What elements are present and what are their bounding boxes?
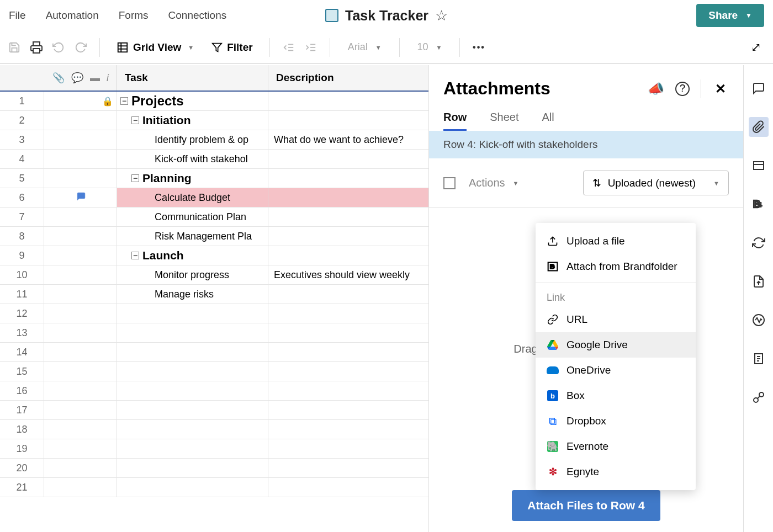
activity-icon[interactable]	[749, 310, 769, 330]
help-icon[interactable]: ?	[675, 82, 690, 96]
dropdown-url[interactable]: URL	[536, 307, 696, 332]
dropdown-google-drive[interactable]: Google Drive	[536, 332, 696, 358]
collapse-toggle[interactable]: −	[131, 174, 139, 182]
dropdown-brandfolder[interactable]: B Attach from Brandfolder	[536, 254, 696, 279]
row-number[interactable]: 13	[0, 323, 44, 342]
row-number[interactable]: 8	[0, 227, 44, 246]
task-cell[interactable]	[117, 439, 268, 458]
right-rail: B	[743, 65, 773, 532]
task-cell[interactable]: −Initiation	[117, 111, 268, 130]
row-number[interactable]: 19	[0, 439, 44, 458]
column-task-header[interactable]: Task	[117, 65, 268, 91]
dropdown-egnyte[interactable]: ✻ Egnyte	[536, 459, 696, 485]
task-cell[interactable]: Communication Plan	[117, 208, 268, 226]
select-all-checkbox[interactable]	[443, 177, 456, 189]
tab-all[interactable]: All	[542, 111, 554, 131]
task-cell[interactable]	[117, 478, 268, 497]
task-cell[interactable]	[117, 420, 268, 439]
attach-files-button[interactable]: Attach Files to Row 4	[512, 490, 660, 521]
dropdown-onedrive[interactable]: OneDrive	[536, 358, 696, 383]
row-number[interactable]: 11	[0, 285, 44, 304]
print-icon[interactable]	[29, 40, 44, 55]
brandfolder-icon[interactable]: B	[749, 194, 769, 214]
task-cell[interactable]	[117, 401, 268, 419]
row-number[interactable]: 1	[0, 92, 44, 110]
summary-icon[interactable]	[749, 349, 769, 369]
close-icon[interactable]: ✕	[712, 81, 729, 97]
task-cell[interactable]	[117, 323, 268, 342]
task-cell[interactable]: −Planning	[117, 169, 268, 188]
tab-sheet[interactable]: Sheet	[490, 111, 518, 131]
row-number[interactable]: 12	[0, 304, 44, 323]
collapse-toggle[interactable]: −	[131, 116, 139, 124]
dropdown-upload-file[interactable]: Upload a file	[536, 228, 696, 254]
menu-file[interactable]: File	[9, 9, 26, 22]
row-number[interactable]: 20	[0, 459, 44, 477]
dropdown-label: Egnyte	[566, 466, 599, 478]
connect-icon[interactable]	[749, 387, 769, 407]
task-cell[interactable]: Risk Management Pla	[117, 227, 268, 246]
row-number[interactable]: 5	[0, 169, 44, 188]
grid-view-button[interactable]: Grid View ▼	[111, 38, 199, 57]
task-cell[interactable]	[117, 381, 268, 400]
collapse-toggle[interactable]: −	[131, 252, 139, 259]
task-cell[interactable]: Monitor progress	[117, 265, 268, 284]
attachments-icon[interactable]	[749, 117, 769, 137]
dropdown-box[interactable]: b Box	[536, 383, 696, 408]
star-icon[interactable]: ☆	[435, 7, 448, 24]
document-title[interactable]: Task Tracker	[345, 8, 428, 24]
task-cell[interactable]: −Launch	[117, 246, 268, 265]
row-number[interactable]: 3	[0, 130, 44, 149]
megaphone-icon[interactable]: 📣	[648, 81, 664, 97]
row-number[interactable]: 7	[0, 208, 44, 226]
row-indicators	[44, 265, 117, 284]
publish-icon[interactable]	[749, 272, 769, 291]
menu-connections[interactable]: Connections	[168, 9, 227, 22]
comments-icon[interactable]	[749, 78, 769, 98]
row-number[interactable]: 21	[0, 478, 44, 497]
task-cell[interactable]: −Projects	[117, 92, 268, 110]
row-number[interactable]: 16	[0, 381, 44, 400]
menu-automation[interactable]: Automation	[46, 9, 99, 22]
collapse-toggle[interactable]: −	[120, 97, 128, 105]
more-icon[interactable]: •••	[471, 40, 486, 55]
sort-dropdown[interactable]: ⇅ Uploaded (newest) ▼	[583, 171, 729, 195]
dropdown-evernote[interactable]: 🐘 Evernote	[536, 434, 696, 459]
comment-icon[interactable]	[76, 191, 86, 204]
row-number[interactable]: 15	[0, 362, 44, 381]
task-cell[interactable]: Manage risks	[117, 285, 268, 304]
panel-title: Attachments	[443, 78, 648, 99]
expand-icon[interactable]: ⤢	[751, 40, 766, 55]
row-number[interactable]: 17	[0, 401, 44, 419]
row-number[interactable]: 10	[0, 265, 44, 284]
filter-button[interactable]: Filter	[206, 38, 258, 57]
task-cell[interactable]: Identify problem & op	[117, 130, 268, 149]
menu-forms[interactable]: Forms	[119, 9, 149, 22]
font-selector[interactable]: Arial ▼	[341, 38, 388, 56]
dropdown-label: Dropbox	[566, 415, 606, 427]
task-cell[interactable]	[117, 304, 268, 323]
task-cell[interactable]: Calculate Budget	[117, 188, 268, 207]
proof-icon[interactable]	[749, 156, 769, 175]
row-indicators	[44, 188, 117, 207]
task-cell[interactable]	[117, 459, 268, 477]
tab-row[interactable]: Row	[443, 111, 467, 131]
row-number[interactable]: 9	[0, 246, 44, 265]
task-cell[interactable]	[117, 362, 268, 381]
row-number[interactable]: 14	[0, 343, 44, 361]
row-number[interactable]: 2	[0, 111, 44, 130]
row-number[interactable]: 6	[0, 188, 44, 207]
row-number[interactable]: 18	[0, 420, 44, 439]
task-text: Projects	[131, 93, 184, 109]
svg-rect-0	[33, 49, 40, 53]
font-size-selector[interactable]: 10 ▼	[411, 38, 449, 56]
task-cell[interactable]	[117, 343, 268, 361]
row-number[interactable]: 4	[0, 150, 44, 168]
task-cell[interactable]: Kick-off with stakehol	[117, 150, 268, 168]
refresh-icon[interactable]	[749, 233, 769, 253]
dropdown-dropbox[interactable]: ⧉ Dropbox	[536, 408, 696, 434]
actions-dropdown[interactable]: Actions ▼	[469, 177, 518, 189]
share-button[interactable]: Share ▼	[696, 4, 764, 27]
attachment-icon: 📎	[52, 72, 65, 84]
chevron-down-icon: ▼	[375, 44, 382, 51]
